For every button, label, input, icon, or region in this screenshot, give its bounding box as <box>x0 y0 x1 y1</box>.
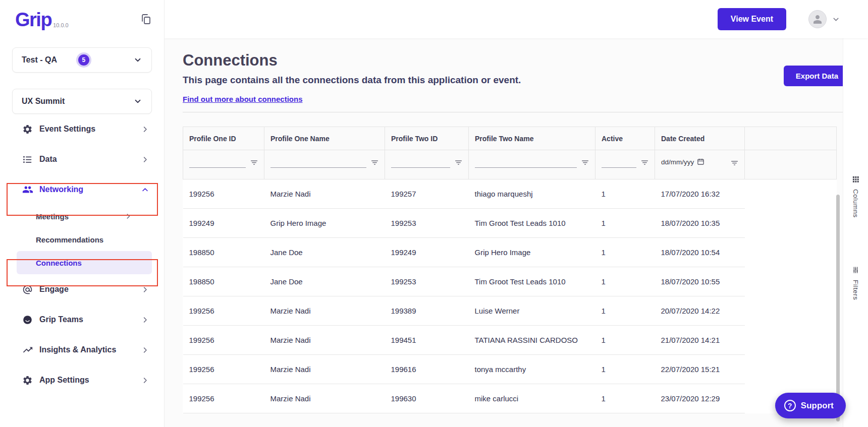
table-filter-row: dd/mm/yyy <box>183 150 837 179</box>
connections-help-link[interactable]: Find out more about connections <box>183 95 303 103</box>
list-icon <box>22 154 33 165</box>
filter-icon[interactable] <box>640 158 649 168</box>
cell-profile-one-id: 199249 <box>183 209 264 238</box>
sidebar-item-insights-analytics[interactable]: Insights & Analytics <box>0 335 164 365</box>
column-header-empty <box>745 127 837 150</box>
cell-active: 1 <box>595 179 655 209</box>
sidebar-item-connections[interactable]: Connections <box>17 251 152 274</box>
sidebar-item-grip-teams[interactable]: Grip Teams <box>0 304 164 335</box>
sidebar-item-label: Meetings <box>36 212 69 221</box>
sidebar-item-data[interactable]: Data <box>0 144 164 174</box>
filter-input-profile-one-name[interactable] <box>270 157 366 168</box>
column-header-profile-one-id[interactable]: Profile One ID <box>183 127 264 150</box>
cell-empty <box>745 267 837 296</box>
cell-date-created: 20/07/2020 14:22 <box>655 296 745 326</box>
cell-date-created: 18/07/2020 10:35 <box>655 209 745 238</box>
chevron-up-icon <box>141 186 149 194</box>
chevron-down-icon <box>133 97 142 106</box>
cell-profile-two-id: 199616 <box>385 355 469 384</box>
column-header-profile-one-name[interactable]: Profile One Name <box>264 127 385 150</box>
sidebar-item-meetings[interactable]: Meetings <box>17 205 152 228</box>
gear-icon <box>22 375 33 386</box>
sidebar-item-label: Engage <box>39 285 69 294</box>
sidebar-item-app-settings[interactable]: App Settings <box>0 365 164 395</box>
cell-profile-two-id: 199253 <box>385 209 469 238</box>
chevron-right-icon <box>125 213 132 220</box>
app-root: Grip 10.0.0 Test - QA 5 UX Summit <box>0 0 868 427</box>
cell-profile-one-id: 199256 <box>183 296 264 326</box>
filter-icon[interactable] <box>370 158 379 168</box>
filter-icon[interactable] <box>250 158 259 168</box>
export-data-button[interactable]: Export Data <box>784 66 850 86</box>
filter-input-profile-two-name[interactable] <box>475 157 577 168</box>
support-label: Support <box>801 401 834 411</box>
view-event-button[interactable]: View Event <box>718 8 786 30</box>
cell-empty <box>745 238 837 267</box>
cell-profile-two-id: 199257 <box>385 179 469 209</box>
table-row: 199256 Marzie Nadi 199257 thiago marques… <box>183 179 837 209</box>
cell-profile-two-name: Grip Hero Image <box>469 238 595 267</box>
networking-submenu: Meetings Recommendations Connections <box>0 205 164 274</box>
filter-input-profile-one-id[interactable] <box>189 157 246 168</box>
cell-empty <box>745 179 837 209</box>
cell-profile-one-id: 199256 <box>183 179 264 209</box>
sidebar-item-engage[interactable]: Engage <box>0 274 164 304</box>
page-subtitle: This page contains all the connections d… <box>183 75 850 86</box>
calendar-icon <box>697 158 704 167</box>
sidebar-item-event-settings[interactable]: Event Settings <box>0 114 164 144</box>
user-menu[interactable] <box>808 10 840 28</box>
filters-panel-tab[interactable]: Filters <box>843 266 868 300</box>
cell-profile-one-name: Marzie Nadi <box>264 355 385 384</box>
page-title: Connections <box>183 51 850 70</box>
support-button[interactable]: ? Support <box>775 393 846 418</box>
cell-profile-one-name: Marzie Nadi <box>264 384 385 413</box>
divider <box>183 112 850 112</box>
connections-table: Profile One ID Profile One Name Profile … <box>183 127 837 413</box>
table-header-row: Profile One ID Profile One Name Profile … <box>183 127 837 150</box>
columns-panel-tab[interactable]: Columns <box>843 175 868 218</box>
cell-date-created: 18/07/2020 10:54 <box>655 238 745 267</box>
table-row: 199256 Marzie Nadi 199630 mike carlucci … <box>183 384 837 413</box>
column-header-profile-two-id[interactable]: Profile Two ID <box>385 127 469 150</box>
cell-active: 1 <box>595 267 655 296</box>
filters-tab-label: Filters <box>852 280 859 300</box>
cell-date-created: 22/07/2020 15:21 <box>655 355 745 384</box>
column-header-active[interactable]: Active <box>595 127 655 150</box>
sidebar-item-recommendations[interactable]: Recommendations <box>17 228 152 251</box>
filter-input-profile-two-id[interactable] <box>391 157 450 168</box>
sidebar: Grip 10.0.0 Test - QA 5 UX Summit <box>0 0 165 427</box>
cell-empty <box>745 355 837 384</box>
side-panel-strip: Columns Filters <box>843 38 868 427</box>
connections-table-body: 199256 Marzie Nadi 199257 thiago marques… <box>183 179 837 413</box>
cell-empty <box>745 326 837 355</box>
cell-profile-two-name: tonya mccarthy <box>469 355 595 384</box>
filter-icon[interactable] <box>581 158 590 168</box>
vertical-scrollbar[interactable] <box>836 195 840 421</box>
columns-tab-label: Columns <box>852 189 859 218</box>
column-header-profile-two-name[interactable]: Profile Two Name <box>469 127 595 150</box>
table-row: 199256 Marzie Nadi 199389 Luise Werner 1… <box>183 296 837 326</box>
table-row: 199249 Grip Hero Image 199253 Tim Groot … <box>183 209 837 238</box>
organisation-select[interactable]: Test - QA 5 <box>12 47 152 73</box>
cell-profile-two-id: 199630 <box>385 384 469 413</box>
cell-active: 1 <box>595 296 655 326</box>
copy-icon[interactable] <box>140 13 152 27</box>
cell-active: 1 <box>595 209 655 238</box>
question-mark-icon: ? <box>784 400 796 411</box>
event-select[interactable]: UX Summit <box>12 89 152 114</box>
main-area: View Event Connections This page contain… <box>165 0 868 427</box>
sidebar-item-networking[interactable]: Networking <box>0 174 164 205</box>
cell-profile-two-id: 199389 <box>385 296 469 326</box>
cell-profile-one-id: 198850 <box>183 267 264 296</box>
cell-active: 1 <box>595 384 655 413</box>
sidebar-item-label: Insights & Analytics <box>39 345 116 354</box>
date-created-filter[interactable]: dd/mm/yyy <box>661 156 726 168</box>
version-label: 10.0.0 <box>53 22 69 28</box>
filter-input-active[interactable] <box>602 157 636 168</box>
trend-icon <box>22 344 33 355</box>
chevron-right-icon <box>141 316 149 324</box>
column-header-date-created[interactable]: Date Created <box>655 127 745 150</box>
filter-icon[interactable] <box>454 158 463 168</box>
cell-empty <box>745 209 837 238</box>
filter-icon[interactable] <box>730 159 739 168</box>
